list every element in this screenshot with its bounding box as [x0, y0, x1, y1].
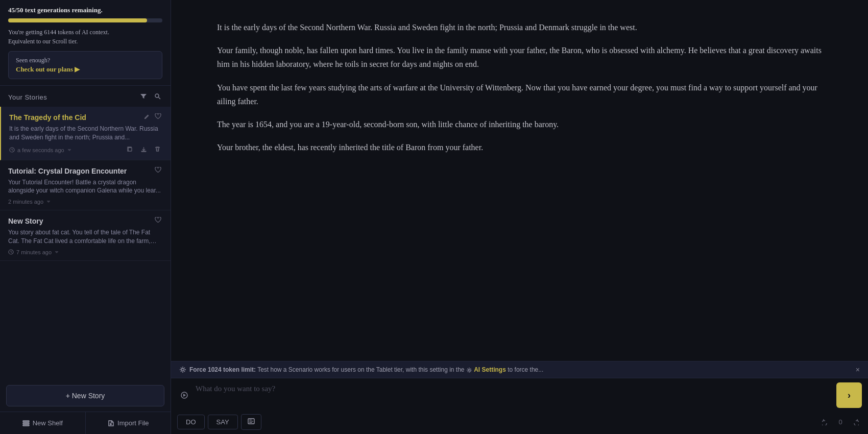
force-limit-text: Force 1024 token limit: Test how a Scena…	[189, 366, 543, 373]
usage-section: 45/50 text generations remaining. You're…	[0, 0, 171, 86]
story-item[interactable]: The Tragedy of the Cid It is the early d…	[0, 107, 171, 160]
usage-bar-fill	[8, 18, 147, 22]
run-icon	[177, 382, 191, 408]
action-tabs-row: DO SAY 0	[171, 412, 868, 434]
svg-point-0	[155, 94, 159, 98]
svg-rect-4	[141, 151, 146, 152]
svg-point-9	[182, 369, 184, 371]
story-time: a few seconds ago	[9, 147, 72, 153]
story-title: Tutorial: Crystal Dragon Encounter	[8, 167, 154, 175]
favorite-story-button[interactable]	[154, 216, 162, 226]
input-area: Force 1024 token limit: Test how a Scena…	[171, 361, 868, 434]
ai-settings-link[interactable]: AI Settings	[474, 366, 506, 373]
new-story-button[interactable]: + New Story	[6, 385, 164, 406]
svg-rect-13	[249, 420, 252, 420]
svg-rect-6	[23, 425, 29, 426]
header-icons	[139, 92, 162, 103]
say-tab[interactable]: SAY	[208, 415, 238, 429]
story-excerpt: It is the early days of the Second North…	[9, 125, 162, 142]
history-count: 0	[836, 418, 845, 426]
your-stories-header: Your Stories	[0, 86, 171, 107]
search-icon-button[interactable]	[153, 92, 162, 103]
story-paragraph: You have spent the last few years studyi…	[212, 81, 827, 108]
story-item[interactable]: Tutorial: Crystal Dragon Encounter Your …	[0, 160, 171, 211]
svg-rect-3	[128, 148, 132, 151]
story-excerpt: Your Tutorial Encounter! Battle a crysta…	[8, 178, 162, 196]
svg-line-1	[159, 98, 161, 100]
favorite-story-button[interactable]	[154, 166, 162, 176]
duplicate-story-button[interactable]	[125, 146, 135, 155]
usage-header: 45/50 text generations remaining.	[8, 6, 162, 14]
edit-story-button[interactable]	[142, 113, 151, 122]
favorite-story-button[interactable]	[154, 113, 162, 122]
story-item[interactable]: New Story You story about fat cat. You t…	[0, 210, 171, 261]
force-limit-bar: Force 1024 token limit: Test how a Scena…	[171, 361, 868, 378]
bottom-actions: New Shelf Import File	[0, 412, 171, 434]
main-content-area: It is the early days of the Second North…	[171, 0, 868, 434]
svg-point-10	[468, 369, 470, 371]
do-tab[interactable]: DO	[177, 415, 205, 429]
story-paragraph: Your brother, the eldest, has recently i…	[212, 140, 827, 154]
your-stories-title: Your Stories	[8, 93, 47, 101]
input-row: ›	[171, 378, 868, 412]
story-excerpt: You story about fat cat. You tell of the…	[8, 228, 162, 246]
history-controls: 0	[819, 415, 862, 429]
send-button[interactable]: ›	[836, 382, 862, 408]
story-paragraph: It is the early days of the Second North…	[212, 20, 827, 34]
upgrade-box: Seen enough? Check out our plans ▶	[8, 51, 162, 79]
usage-info: You're getting 6144 tokens of AI context…	[8, 28, 162, 46]
story-title: New Story	[8, 217, 154, 225]
story-input[interactable]	[196, 382, 832, 403]
story-time: 7 minutes ago	[8, 249, 59, 255]
sidebar: 45/50 text generations remaining. You're…	[0, 0, 171, 434]
undo-button[interactable]	[819, 415, 833, 429]
svg-rect-7	[23, 423, 29, 424]
story-paragraph: The year is 1654, and you are a 19-year-…	[212, 117, 827, 131]
delete-story-button[interactable]	[153, 146, 162, 155]
story-time: 2 minutes ago	[8, 199, 51, 205]
redo-button[interactable]	[848, 415, 862, 429]
force-limit-close-button[interactable]: ×	[856, 366, 860, 374]
story-icon-tab[interactable]	[241, 414, 261, 430]
usage-bar-background	[8, 18, 162, 22]
story-text-area: It is the early days of the Second North…	[171, 0, 868, 361]
import-file-button[interactable]: Import File	[86, 412, 171, 434]
svg-rect-15	[249, 422, 252, 423]
svg-rect-8	[23, 421, 29, 422]
settings-gear-icon	[466, 367, 472, 373]
story-paragraph: Your family, though noble, has fallen up…	[212, 43, 827, 71]
story-title: The Tragedy of the Cid	[9, 113, 142, 122]
upgrade-seen-label: Seen enough?	[16, 57, 155, 64]
upgrade-link[interactable]: Check out our plans ▶	[16, 65, 155, 74]
new-shelf-button[interactable]: New Shelf	[0, 412, 86, 434]
stories-list: The Tragedy of the Cid It is the early d…	[0, 107, 171, 380]
svg-rect-14	[249, 421, 253, 422]
export-story-button[interactable]	[139, 146, 149, 155]
gear-icon	[179, 366, 186, 373]
filter-icon-button[interactable]	[139, 92, 148, 103]
